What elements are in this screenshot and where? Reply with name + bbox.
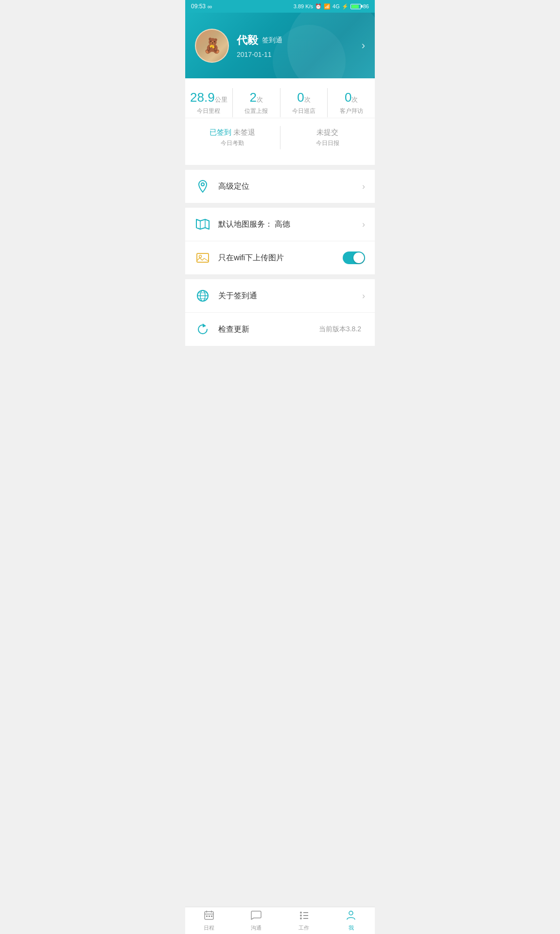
user-date: 2017-01-11 (237, 51, 362, 58)
stat-visit-value: 0 (345, 90, 351, 105)
svg-point-5 (199, 255, 202, 258)
section-divider-1 (185, 165, 375, 170)
stat-tour-value: 0 (297, 90, 304, 105)
stat-distance-label: 今日里程 (189, 107, 228, 115)
stat-visit-unit: 次 (351, 96, 358, 103)
status-time: 09:53 (191, 3, 206, 10)
svg-marker-1 (196, 219, 209, 229)
network-speed: 3.89 K/s (294, 3, 313, 9)
menu-section-about: 关于签到通 › 检查更新 当前版本3.8.2 (185, 279, 375, 346)
attend-report-label: 今日日报 (284, 139, 371, 147)
menu-label-map: 默认地图服务： 高德 (218, 219, 362, 230)
menu-value-version: 当前版本3.8.2 (319, 325, 361, 334)
wifi-icon: 📶 (324, 3, 331, 10)
location-icon (195, 179, 210, 194)
menu-label-about: 关于签到通 (218, 291, 362, 301)
menu-label-location: 高级定位 (218, 181, 362, 192)
svg-point-0 (201, 183, 204, 186)
stat-visit-label: 客户拜访 (332, 107, 371, 115)
status-right: 3.89 K/s ⏰ 📶 4G ⚡ 86 (294, 3, 369, 10)
menu-item-wifi-upload[interactable]: 只在wifi下上传图片 (185, 241, 375, 274)
battery-indicator (350, 4, 361, 9)
profile-header[interactable]: 代毅 签到通 2017-01-11 › (185, 13, 375, 78)
attend-checkin: 已签到 未签退 今日考勤 (185, 126, 280, 149)
section-divider-2 (185, 203, 375, 208)
stat-location-value: 2 (249, 90, 256, 105)
attend-report: 未提交 今日日报 (280, 126, 375, 149)
stat-distance-value: 28.9 (190, 90, 215, 105)
menu-label-wifi-upload: 只在wifi下上传图片 (218, 253, 343, 263)
unsigned-label: 未签退 (233, 128, 255, 136)
menu-item-update[interactable]: 检查更新 当前版本3.8.2 (185, 313, 375, 346)
refresh-icon (195, 322, 210, 337)
lightning-icon: ⚡ (342, 3, 349, 10)
attendance-section: 已签到 未签退 今日考勤 未提交 今日日报 (185, 118, 375, 157)
attend-checkin-status: 已签到 未签退 (189, 128, 276, 137)
wifi-upload-toggle[interactable] (343, 251, 365, 264)
menu-label-update: 检查更新 (218, 324, 319, 335)
chevron-about-icon: › (362, 291, 365, 301)
avatar (195, 29, 229, 63)
battery-level: 86 (363, 3, 369, 9)
attend-report-status: 未提交 (284, 128, 371, 137)
signed-label: 已签到 (210, 128, 231, 136)
stat-tour: 0次 今日巡店 (280, 88, 328, 117)
stat-distance: 28.9公里 今日里程 (185, 88, 233, 117)
stat-location-unit: 次 (257, 96, 263, 103)
chevron-location-icon: › (362, 181, 365, 192)
user-info: 代毅 签到通 2017-01-11 (237, 33, 362, 58)
menu-item-location[interactable]: 高级定位 › (185, 170, 375, 203)
section-divider-3 (185, 274, 375, 279)
map-icon (195, 216, 210, 232)
stats-section: 28.9公里 今日里程 2次 位置上报 0次 今日巡店 0次 客户 (185, 78, 375, 165)
menu-section-location: 高级定位 › (185, 170, 375, 203)
app-name: 签到通 (262, 36, 282, 45)
chevron-map-icon: › (362, 219, 365, 230)
stat-tour-label: 今日巡店 (284, 107, 324, 115)
infinite-icon: ∞ (208, 3, 212, 10)
signal-icon: 4G (332, 3, 340, 9)
stat-visit: 0次 客户拜访 (328, 88, 375, 117)
alarm-icon: ⏰ (315, 3, 322, 10)
attend-checkin-label: 今日考勤 (189, 139, 276, 147)
report-status-label: 未提交 (316, 128, 338, 136)
svg-marker-11 (203, 323, 206, 327)
profile-chevron-icon: › (362, 39, 365, 52)
stats-row: 28.9公里 今日里程 2次 位置上报 0次 今日巡店 0次 客户 (185, 88, 375, 117)
toggle-knob (353, 252, 364, 263)
user-name: 代毅 (237, 33, 258, 48)
stat-distance-unit: 公里 (215, 96, 228, 103)
menu-item-map[interactable]: 默认地图服务： 高德 › (185, 208, 375, 241)
menu-item-about[interactable]: 关于签到通 › (185, 279, 375, 313)
svg-rect-4 (197, 253, 209, 262)
stat-location-report: 2次 位置上报 (233, 88, 280, 117)
status-bar: 09:53 ∞ 3.89 K/s ⏰ 📶 4G ⚡ 86 (185, 0, 375, 13)
status-left: 09:53 ∞ (191, 3, 212, 10)
stat-location-label: 位置上报 (237, 107, 276, 115)
globe-icon (195, 288, 210, 304)
image-upload-icon (195, 250, 210, 266)
menu-section-map: 默认地图服务： 高德 › 只在wifi下上传图片 (185, 208, 375, 274)
stat-tour-unit: 次 (304, 96, 311, 103)
